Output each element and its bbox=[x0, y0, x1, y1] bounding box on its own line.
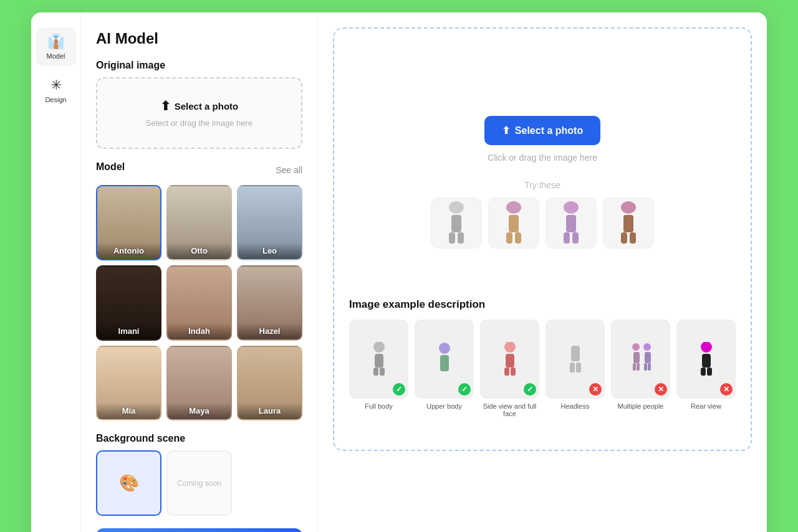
svg-rect-13 bbox=[623, 215, 633, 232]
svg-rect-32 bbox=[637, 363, 640, 371]
start-button[interactable]: ✨ Start bbox=[96, 528, 302, 532]
badge-side-view: ✓ bbox=[524, 383, 536, 396]
label-upper-body: Upper body bbox=[426, 402, 462, 410]
bg-scene-grid: 🎨 Coming soon bbox=[96, 450, 302, 516]
bg-scene-icon: 🎨 bbox=[119, 473, 139, 493]
example-rear-view: ✕ Rear view bbox=[676, 320, 736, 410]
svg-rect-34 bbox=[645, 352, 651, 363]
label-full-body: Full body bbox=[365, 402, 393, 410]
svg-rect-5 bbox=[509, 215, 519, 232]
upload-area[interactable]: ⬆ Select a photo Select or drag the imag… bbox=[96, 77, 302, 149]
example-upper-body: ✓ Upper body bbox=[415, 320, 474, 410]
badge-rear-view: ✕ bbox=[720, 383, 733, 396]
try-image-2[interactable] bbox=[488, 197, 539, 249]
label-headless: Headless bbox=[561, 402, 590, 410]
sidebar-item-design[interactable]: ✳ Design bbox=[36, 71, 76, 110]
sidebar-model-label: Model bbox=[47, 52, 65, 60]
svg-rect-18 bbox=[373, 368, 378, 376]
badge-upper-body: ✓ bbox=[458, 383, 471, 396]
try-these-label: Try these bbox=[524, 180, 560, 190]
svg-point-20 bbox=[439, 343, 450, 354]
right-panel: ⬆ Select a photo Click or drag the image… bbox=[318, 12, 767, 532]
upload-icon-big: ⬆ bbox=[502, 125, 510, 136]
svg-rect-14 bbox=[621, 232, 627, 244]
model-section: Model See all Antonio Otto Leo Imani bbox=[96, 161, 302, 420]
example-card-side-view: ✓ bbox=[480, 320, 539, 399]
svg-rect-8 bbox=[564, 201, 579, 214]
svg-rect-39 bbox=[701, 368, 706, 376]
svg-rect-26 bbox=[571, 346, 580, 361]
model-card-mia[interactable]: Mia bbox=[96, 346, 161, 421]
see-all-button[interactable]: See all bbox=[276, 165, 302, 175]
label-multiple-people: Multiple people bbox=[618, 402, 664, 410]
model-section-label: Model bbox=[96, 161, 125, 173]
svg-rect-30 bbox=[633, 352, 640, 363]
model-card-imani[interactable]: Imani bbox=[96, 265, 161, 341]
original-image-section: Original image ⬆ Select a photo Select o… bbox=[96, 60, 302, 149]
left-panel: AI Model Original image ⬆ Select a photo… bbox=[81, 12, 318, 532]
upload-icon: ⬆ bbox=[160, 98, 171, 113]
model-card-hazel[interactable]: Hazel bbox=[237, 265, 302, 341]
svg-rect-24 bbox=[504, 368, 509, 376]
model-card-leo[interactable]: Leo bbox=[237, 185, 302, 260]
model-card-indah[interactable]: Indah bbox=[166, 265, 232, 341]
click-drag-hint: Click or drag the image here bbox=[488, 153, 597, 163]
model-name-laura: Laura bbox=[238, 402, 301, 419]
svg-point-22 bbox=[504, 342, 516, 353]
svg-rect-17 bbox=[375, 354, 383, 368]
svg-rect-19 bbox=[380, 368, 385, 376]
svg-rect-12 bbox=[621, 201, 636, 214]
model-card-maya[interactable]: Maya bbox=[166, 346, 232, 421]
svg-rect-7 bbox=[515, 232, 521, 244]
svg-rect-36 bbox=[648, 363, 651, 371]
image-example-title: Image example description bbox=[349, 298, 736, 311]
badge-headless: ✕ bbox=[589, 383, 602, 396]
svg-rect-28 bbox=[576, 363, 581, 373]
sidebar: 👔 Model ✳ Design bbox=[31, 12, 81, 532]
svg-rect-15 bbox=[630, 232, 636, 244]
model-name-hazel: Hazel bbox=[238, 323, 301, 340]
svg-rect-2 bbox=[449, 232, 455, 244]
example-card-headless: ✕ bbox=[546, 320, 605, 399]
page-title: AI Model bbox=[96, 30, 302, 47]
badge-multiple-people: ✕ bbox=[655, 383, 667, 396]
svg-point-33 bbox=[643, 343, 651, 351]
select-photo-big-button[interactable]: ⬆ Select a photo bbox=[484, 116, 600, 145]
dashed-upload-box: ⬆ Select a photo Click or drag the image… bbox=[333, 27, 752, 451]
model-card-laura[interactable]: Laura bbox=[237, 346, 302, 421]
model-name-antonio: Antonio bbox=[97, 242, 160, 259]
svg-rect-1 bbox=[451, 215, 461, 232]
svg-rect-35 bbox=[644, 363, 647, 371]
example-card-full-body: ✓ bbox=[349, 320, 408, 399]
try-image-1[interactable] bbox=[431, 197, 482, 249]
label-side-view: Side view and full face bbox=[480, 402, 539, 417]
select-photo-button-inner: ⬆ Select a photo bbox=[160, 98, 239, 113]
svg-rect-27 bbox=[570, 363, 575, 373]
example-multiple-people: ✕ Multiple people bbox=[611, 320, 670, 410]
model-icon: 👔 bbox=[47, 34, 64, 50]
image-example-section: Image example description ✓ Full body bbox=[349, 298, 736, 417]
try-images-row bbox=[431, 197, 654, 249]
svg-rect-38 bbox=[702, 354, 711, 368]
model-name-imani: Imani bbox=[97, 323, 160, 340]
model-card-antonio[interactable]: Antonio bbox=[96, 185, 161, 260]
image-example-grid: ✓ Full body ✓ Upper body bbox=[349, 320, 736, 417]
example-card-rear-view: ✕ bbox=[676, 320, 736, 399]
model-name-indah: Indah bbox=[168, 323, 231, 340]
sidebar-item-model[interactable]: 👔 Model bbox=[36, 27, 76, 66]
select-photo-big-label: Select a photo bbox=[515, 125, 583, 136]
svg-rect-6 bbox=[506, 232, 512, 244]
svg-rect-4 bbox=[506, 201, 521, 214]
svg-rect-9 bbox=[566, 215, 576, 232]
try-image-4[interactable] bbox=[603, 197, 654, 249]
coming-soon-label: Coming soon bbox=[177, 479, 221, 488]
try-image-3[interactable] bbox=[546, 197, 597, 249]
background-scene-section: Background scene 🎨 Coming soon bbox=[96, 433, 302, 516]
example-card-multiple-people: ✕ bbox=[611, 320, 670, 399]
svg-rect-3 bbox=[458, 232, 464, 244]
bg-scene-card-active[interactable]: 🎨 bbox=[96, 450, 161, 516]
label-rear-view: Rear view bbox=[691, 402, 721, 410]
sidebar-design-label: Design bbox=[45, 96, 66, 103]
model-card-otto[interactable]: Otto bbox=[166, 185, 232, 260]
select-photo-label: Select a photo bbox=[175, 101, 239, 112]
